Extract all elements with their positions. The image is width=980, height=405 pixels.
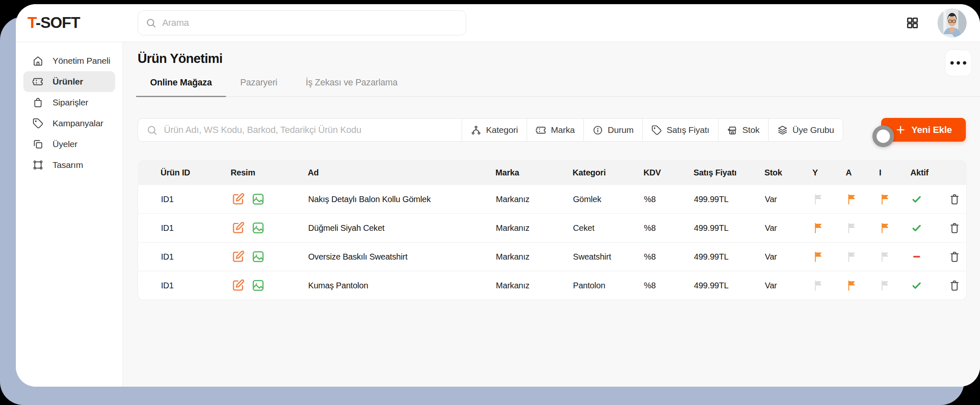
trash-icon[interactable] <box>948 250 961 263</box>
app-window: T-SOFT <box>16 4 980 387</box>
sidebar-item-label: Üyeler <box>53 139 77 149</box>
cell-flag-i <box>859 250 891 263</box>
filter-uye-grubu-button[interactable]: Üye Grubu <box>768 119 843 141</box>
filter-label: Üye Grubu <box>792 125 834 135</box>
cell-product-id: ID1 <box>138 223 211 233</box>
cell-stock: Var <box>745 195 793 204</box>
brand-logo[interactable]: T-SOFT <box>28 14 80 32</box>
sidebar: Yönetim Paneli Ürünler Siparişler Kampan… <box>16 42 123 387</box>
cell-resim <box>211 221 288 235</box>
image-icon[interactable] <box>251 221 265 235</box>
trash-icon[interactable] <box>948 279 961 292</box>
flag-i-icon[interactable] <box>879 250 892 263</box>
cell-category: Ceket <box>553 223 624 233</box>
filter-stok-button[interactable]: Stok <box>718 119 768 141</box>
hierarchy-icon <box>471 125 481 135</box>
search-icon <box>146 18 156 28</box>
active-status-icon[interactable] <box>911 280 922 291</box>
global-search <box>138 10 466 35</box>
table-header-row: Ürün ID Resim Ad Marka Kategori KDV Satı… <box>138 160 967 185</box>
cell-stock: Var <box>745 252 793 262</box>
cell-active <box>891 222 928 234</box>
cell-active <box>891 280 928 291</box>
main-panel: Ürün Yönetimi Online Mağaza Pazaryeri İş… <box>123 42 980 387</box>
active-status-icon[interactable] <box>911 193 922 205</box>
image-icon[interactable] <box>251 278 265 292</box>
tag-icon <box>33 118 43 129</box>
trash-icon[interactable] <box>948 222 961 234</box>
sidebar-item-yonetim-paneli[interactable]: Yönetim Paneli <box>23 50 115 71</box>
filter-durum-button[interactable]: Durum <box>583 119 642 141</box>
filter-marka-button[interactable]: Marka <box>527 119 583 141</box>
cell-product-id: ID1 <box>138 195 211 204</box>
image-icon[interactable] <box>251 192 265 206</box>
flag-y-icon[interactable] <box>813 222 825 234</box>
edit-icon[interactable] <box>231 250 245 264</box>
cell-product-name: Nakış Detaylı Balon Kollu Gömlek <box>288 195 476 204</box>
flag-y-icon[interactable] <box>813 279 825 292</box>
trash-icon[interactable] <box>948 193 961 205</box>
sidebar-item-tasarim[interactable]: Tasarım <box>23 155 115 175</box>
cell-category: Sweatshirt <box>553 252 624 262</box>
logo-rest: -SOFT <box>36 14 80 31</box>
active-status-icon[interactable] <box>911 251 922 262</box>
active-status-icon[interactable] <box>911 222 922 234</box>
layers-icon <box>777 125 788 135</box>
sidebar-item-kampanyalar[interactable]: Kampanyalar <box>23 113 115 134</box>
sidebar-item-siparisler[interactable]: Siparişler <box>23 92 115 113</box>
edit-icon[interactable] <box>231 192 245 206</box>
cursor-indicator <box>872 125 894 147</box>
tab-pazaryeri[interactable]: Pazaryeri <box>240 78 277 96</box>
filter-kategori-button[interactable]: Kategori <box>462 119 527 141</box>
apps-grid-icon[interactable] <box>906 16 919 30</box>
tab-is-zekasi[interactable]: İş Zekası ve Pazarlama <box>306 78 397 96</box>
table-row: ID1 Kumaş Pantolon Markanız Pantolon %8 … <box>138 271 966 300</box>
col-aktif: Aktif <box>890 168 928 178</box>
flag-a-icon[interactable] <box>846 222 859 234</box>
cell-vat: %8 <box>624 195 674 204</box>
table-row: ID1 Nakış Detaylı Balon Kollu Gömlek Mar… <box>138 185 966 214</box>
cell-flag-i <box>859 193 891 205</box>
filter-satis-fiyati-button[interactable]: Satış Fiyatı <box>642 119 718 141</box>
col-stok: Stok <box>744 168 792 178</box>
flag-y-icon[interactable] <box>813 250 825 263</box>
filter-label: Kategori <box>486 125 518 135</box>
cell-flag-i <box>859 279 891 292</box>
flag-y-icon[interactable] <box>813 193 825 205</box>
add-new-label: Yeni Ekle <box>911 125 952 135</box>
cell-delete <box>928 279 966 292</box>
flag-a-icon[interactable] <box>846 250 859 263</box>
cell-price: 499.99TL <box>674 281 745 290</box>
more-dots-icon <box>950 61 954 65</box>
plus-icon <box>895 124 906 135</box>
col-resim: Resim <box>211 168 288 178</box>
sidebar-item-uyeler[interactable]: Üyeler <box>23 134 115 155</box>
cell-stock: Var <box>745 223 793 233</box>
ticket-icon <box>536 125 546 135</box>
flag-i-icon[interactable] <box>879 193 892 205</box>
flag-a-icon[interactable] <box>846 279 859 292</box>
more-options-button[interactable] <box>945 50 972 76</box>
cell-flag-y <box>793 193 826 205</box>
table-row: ID1 Oversize Baskılı Sweatshirt Markanız… <box>138 242 966 271</box>
image-icon[interactable] <box>251 250 265 264</box>
flag-i-icon[interactable] <box>879 222 892 234</box>
filter-label: Satış Fiyatı <box>666 125 709 135</box>
ticket-icon <box>33 76 43 87</box>
flag-i-icon[interactable] <box>879 279 892 292</box>
global-search-input[interactable] <box>161 17 458 29</box>
cell-flag-y <box>793 279 826 292</box>
user-avatar[interactable] <box>937 8 967 38</box>
sidebar-item-urunler[interactable]: Ürünler <box>23 71 115 92</box>
cell-flag-i <box>859 222 891 234</box>
flag-a-icon[interactable] <box>846 193 859 205</box>
edit-icon[interactable] <box>231 278 245 292</box>
cell-brand: Markanız <box>476 223 553 233</box>
cell-category: Gömlek <box>553 195 624 204</box>
copy-icon <box>33 139 43 150</box>
table-row: ID1 Düğmeli Siyah Ceket Markanız Ceket %… <box>138 214 966 242</box>
cell-delete <box>928 193 966 205</box>
edit-icon[interactable] <box>231 221 245 235</box>
product-search-input[interactable] <box>163 124 453 136</box>
tab-online-magaza[interactable]: Online Mağaza <box>150 78 212 96</box>
